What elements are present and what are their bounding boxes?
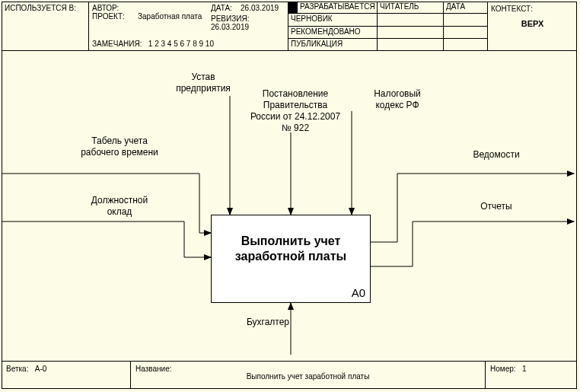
date-label: ДАТА: [211, 4, 232, 12]
project-label: ПРОЕКТ: [92, 12, 138, 21]
status-date: ДАТА [444, 2, 487, 13]
output1-label: Ведомости [458, 149, 534, 161]
input1-label: Табель учетарабочего времени [70, 135, 169, 158]
used-in-cell: ИСПОЛЬЗУЕТСЯ В: [2, 2, 89, 50]
process-title: Выполнить учет заработной платы [212, 234, 370, 264]
output2-label: Отчеты [458, 201, 534, 212]
process-box: Выполнить учет заработной платы A0 [211, 215, 371, 303]
status-cell: РАЗРАБАТЫВАЕТСЯ ЧИТАТЕЛЬ ДАТА ЧЕРНОВИК Р… [288, 2, 488, 50]
notes-label: ЗАМЕЧАНИЯ: [92, 40, 142, 48]
status-working: РАЗРАБАТЫВАЕТСЯ [288, 2, 378, 13]
footer-name: Название: Выполнить учет заработной плат… [131, 362, 486, 389]
footer-number: Номер: 1 [486, 362, 577, 389]
status-reader: ЧИТАТЕЛЬ [378, 2, 444, 13]
control3-label: Налоговыйкодекс РФ [359, 88, 435, 111]
status-marker-icon [288, 2, 298, 13]
control2-label: Постановление Правительства России от 24… [242, 88, 349, 134]
context-value: ВЕРХ [488, 19, 577, 28]
control1-label: Уставпредприятия [158, 72, 249, 94]
header: ИСПОЛЬЗУЕТСЯ В: АВТОР: ПРОЕКТ: Заработна… [2, 2, 577, 51]
meta-cell: АВТОР: ПРОЕКТ: Заработная плата ДАТА: 26… [89, 2, 288, 50]
context-cell: КОНТЕКСТ: ВЕРХ [488, 2, 577, 50]
revision-label: РЕВИЗИЯ: [211, 14, 249, 23]
number-label: Номер: [490, 365, 516, 373]
footer-branch: Ветка: A-0 [2, 362, 131, 389]
input2-label: Должностнойоклад [70, 195, 169, 218]
name-value: Выполнить учет заработной платы [131, 372, 485, 381]
status-publication: ПУБЛИКАЦИЯ [288, 39, 378, 50]
mechanism-label: Бухгалтер [230, 317, 306, 328]
footer: Ветка: A-0 Название: Выполнить учет зара… [2, 361, 577, 389]
branch-value: A-0 [35, 365, 47, 373]
process-id: A0 [352, 286, 365, 299]
project-value: Заработная плата [138, 12, 202, 21]
context-label: КОНТЕКСТ: [488, 5, 577, 13]
diagram-area: Выполнить учет заработной платы A0 Устав… [2, 50, 577, 362]
branch-label: Ветка: [6, 365, 28, 373]
notes-value: 1 2 3 4 5 6 7 8 9 10 [148, 40, 214, 48]
status-draft: ЧЕРНОВИК [288, 14, 378, 25]
status-recommended: РЕКОМЕНДОВАНО [288, 27, 378, 38]
date-value: 26.03.2019 [241, 4, 279, 12]
used-in-label: ИСПОЛЬЗУЕТСЯ В: [5, 4, 76, 12]
author-label: АВТОР: [92, 4, 138, 12]
revision-value: 26.03.2019 [211, 23, 249, 31]
number-value: 1 [522, 365, 527, 373]
